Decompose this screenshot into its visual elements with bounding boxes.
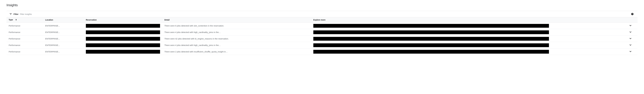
table-row: PerformanceENTERPRISE...There were 6 job… — [6, 22, 638, 29]
cell-detail: There were 42 jobs detected with bi_engi… — [162, 35, 311, 42]
cell-location: ENTERPRISE... — [43, 29, 84, 35]
cell-location: ENTERPRISE... — [43, 48, 84, 55]
cell-reservation — [84, 42, 162, 48]
cell-reservation — [84, 22, 162, 29]
redacted-block — [313, 50, 549, 54]
cell-detail: There were 4 jobs detected with high_car… — [162, 42, 311, 48]
filter-bar: Filter Filter insights ? — [6, 11, 638, 17]
filter-label: Filter — [14, 13, 18, 15]
cell-detail: There were 4 jobs detected with high_car… — [162, 29, 311, 35]
cell-explore — [311, 48, 621, 55]
cell-expand — [621, 35, 638, 42]
cell-type: Performance — [6, 48, 43, 55]
cell-expand — [621, 29, 638, 35]
cell-detail: There were 6 jobs detected with slot_con… — [162, 22, 311, 29]
column-header-detail[interactable]: Detail — [162, 17, 311, 22]
chevron-down-icon[interactable] — [629, 43, 632, 47]
cell-reservation — [84, 29, 162, 35]
cell-type: Performance — [6, 29, 43, 35]
cell-detail: There were 2 jobs detected with insuffic… — [162, 48, 311, 55]
redacted-block — [313, 37, 549, 41]
cell-reservation — [84, 35, 162, 42]
column-header-location[interactable]: Location — [43, 17, 84, 22]
column-header-type[interactable]: Type — [6, 17, 43, 22]
column-header-label: Type — [9, 19, 13, 21]
chevron-down-icon[interactable] — [629, 50, 632, 53]
table-row: PerformanceENTERPRISE...There were 2 job… — [6, 48, 638, 55]
filter-input[interactable]: Filter Filter insights — [14, 13, 635, 15]
redacted-block — [86, 30, 160, 34]
cell-type: Performance — [6, 42, 43, 48]
cell-type: Performance — [6, 35, 43, 42]
help-icon[interactable]: ? — [631, 13, 634, 15]
cell-explore — [311, 42, 621, 48]
cell-location: ENTERPRISE... — [43, 22, 84, 29]
table-row: PerformanceENTERPRISE...There were 4 job… — [6, 29, 638, 35]
svg-text:?: ? — [632, 13, 633, 15]
chevron-down-icon[interactable] — [629, 37, 632, 40]
table-header: Type Location Reservation Detail Explore… — [6, 17, 638, 22]
insights-table: Type Location Reservation Detail Explore… — [6, 17, 638, 55]
filter-placeholder: Filter insights — [20, 13, 32, 15]
chevron-down-icon[interactable] — [629, 24, 632, 27]
page-title: Insights — [6, 3, 638, 7]
filter-list-icon — [9, 12, 12, 15]
cell-expand — [621, 42, 638, 48]
column-header-explore[interactable]: Explore more — [311, 17, 621, 22]
cell-location: ENTERPRISE... — [43, 35, 84, 42]
chevron-down-icon[interactable] — [629, 30, 632, 34]
table-row: PerformanceENTERPRISE...There were 4 job… — [6, 42, 638, 48]
arrow-upward-icon — [15, 19, 17, 21]
cell-explore — [311, 29, 621, 35]
redacted-block — [86, 37, 160, 41]
redacted-block — [86, 43, 160, 47]
cell-expand — [621, 48, 638, 55]
cell-explore — [311, 22, 621, 29]
cell-reservation — [84, 48, 162, 55]
column-header-expand — [621, 17, 638, 22]
cell-type: Performance — [6, 22, 43, 29]
cell-expand — [621, 22, 638, 29]
redacted-block — [313, 43, 549, 47]
redacted-block — [313, 24, 549, 28]
redacted-block — [313, 30, 549, 34]
redacted-block — [86, 24, 160, 28]
redacted-block — [86, 50, 160, 54]
column-header-reservation[interactable]: Reservation — [84, 17, 162, 22]
table-row: PerformanceENTERPRISE...There were 42 jo… — [6, 35, 638, 42]
cell-location: ENTERPRISE... — [43, 42, 84, 48]
cell-explore — [311, 35, 621, 42]
